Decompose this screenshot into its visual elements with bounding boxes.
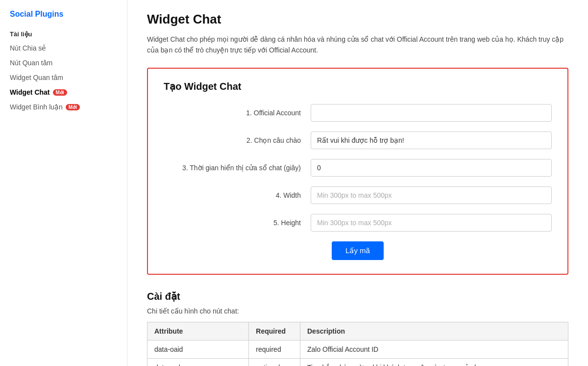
- cell-description: Tin nhắn chào mừng khi khách truy cập và…: [300, 358, 568, 366]
- sidebar-item-nut-chia-se[interactable]: Nút Chia sẻ: [0, 41, 127, 55]
- settings-section: Cài đặt Chi tiết cấu hình cho nút chat: …: [147, 290, 568, 366]
- sidebar-section-title: Tài liệu: [0, 26, 127, 41]
- cell-required: required: [249, 340, 300, 358]
- form-input-height[interactable]: [311, 214, 552, 232]
- form-row-thoi-gian: 3. Thời gian hiển thị cửa sổ chat (giây): [164, 159, 552, 177]
- form-row-official-account: 1. Official Account: [164, 104, 552, 122]
- form-label-height: 5. Height: [164, 219, 311, 227]
- sidebar-item-widget-chat[interactable]: Widget ChatMới: [0, 85, 127, 100]
- page-title: Widget Chat: [147, 12, 568, 27]
- sidebar-item-widget-binh-luan[interactable]: Widget Bình luậnMới: [0, 100, 127, 114]
- settings-title: Cài đặt: [147, 290, 568, 302]
- attributes-table: AttributeRequiredDescription data-oaidre…: [147, 322, 568, 366]
- table-header-description: Description: [300, 322, 568, 340]
- form-row-chon-cau-chao: 2. Chọn câu chào: [164, 131, 552, 149]
- sidebar-item-label: Widget Quan tâm: [10, 74, 63, 81]
- form-row-height: 5. Height: [164, 214, 552, 232]
- form-label-official-account: 1. Official Account: [164, 109, 311, 117]
- form-row-width: 4. Width: [164, 186, 552, 204]
- sidebar-item-label: Widget Bình luận: [10, 103, 63, 111]
- table-header-required: Required: [249, 322, 300, 340]
- cell-required: optional: [249, 358, 300, 366]
- get-code-button[interactable]: Lấy mã: [332, 241, 384, 260]
- sidebar-item-label: Widget Chat: [10, 88, 50, 96]
- new-badge: Mới: [53, 89, 67, 96]
- form-label-width: 4. Width: [164, 191, 311, 199]
- table-header-attribute: Attribute: [147, 322, 249, 340]
- sidebar-brand[interactable]: Social Plugins: [0, 10, 127, 26]
- cell-attribute: data-welcome-message: [147, 358, 249, 366]
- settings-subtitle: Chi tiết cấu hình cho nút chat:: [147, 307, 568, 315]
- form-input-chon-cau-chao[interactable]: [311, 131, 552, 149]
- table-row: data-welcome-messageoptionalTin nhắn chà…: [147, 358, 568, 366]
- new-badge: Mới: [66, 104, 80, 110]
- cell-attribute: data-oaid: [147, 340, 249, 358]
- sidebar-item-widget-quan-tam[interactable]: Widget Quan tâm: [0, 70, 127, 85]
- form-input-thoi-gian[interactable]: [311, 159, 552, 177]
- create-widget-form-box: Tạo Widget Chat 1. Official Account2. Ch…: [147, 68, 568, 275]
- cell-description: Zalo Official Account ID: [300, 340, 568, 358]
- main-content: Widget Chat Widget Chat cho phép mọi ngư…: [127, 0, 588, 366]
- form-label-chon-cau-chao: 2. Chọn câu chào: [164, 136, 311, 144]
- form-input-official-account[interactable]: [311, 104, 552, 122]
- sidebar-item-label: Nút Chia sẻ: [10, 44, 46, 52]
- sidebar-item-label: Nút Quan tâm: [10, 59, 52, 67]
- table-row: data-oaidrequiredZalo Official Account I…: [147, 340, 568, 358]
- sidebar: Social Plugins Tài liệu Nút Chia sẻNút Q…: [0, 0, 127, 366]
- form-input-width[interactable]: [311, 186, 552, 204]
- sidebar-item-nut-quan-tam[interactable]: Nút Quan tâm: [0, 55, 127, 70]
- page-description: Widget Chat cho phép mọi người dễ dàng c…: [147, 34, 568, 56]
- form-box-title: Tạo Widget Chat: [164, 80, 552, 92]
- form-label-thoi-gian: 3. Thời gian hiển thị cửa sổ chat (giây): [164, 164, 311, 172]
